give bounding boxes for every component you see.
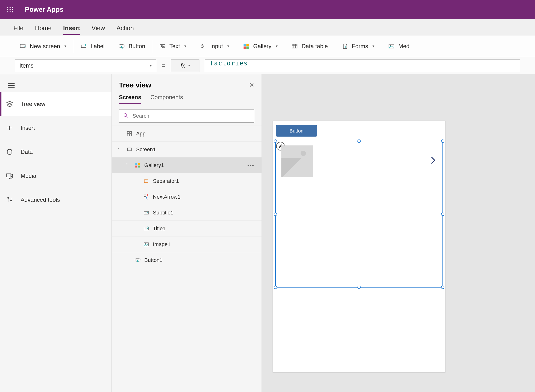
svg-rect-20 bbox=[292, 44, 297, 48]
svg-text:Abc: Abc bbox=[161, 45, 165, 48]
tree-search[interactable] bbox=[119, 109, 254, 123]
ribbon-text[interactable]: Abc Text ▾ bbox=[152, 35, 193, 57]
chevron-down-icon: ▾ bbox=[372, 44, 374, 48]
tree-node-app[interactable]: App bbox=[112, 126, 262, 141]
menu-insert[interactable]: Insert bbox=[63, 24, 80, 35]
ribbon-label[interactable]: Label bbox=[73, 35, 111, 57]
formula-input[interactable]: factories bbox=[205, 59, 520, 72]
ribbon-new-screen-label: New screen bbox=[30, 43, 60, 50]
tree-view-title: Tree view bbox=[119, 81, 151, 89]
svg-point-26 bbox=[11, 200, 12, 201]
property-selector[interactable]: Items ▾ bbox=[15, 59, 156, 72]
tab-components[interactable]: Components bbox=[150, 94, 183, 104]
tree-node-label: Gallery1 bbox=[144, 162, 164, 168]
ribbon-media[interactable]: Med bbox=[381, 35, 416, 57]
menu-home[interactable]: Home bbox=[35, 24, 52, 35]
button-icon bbox=[134, 257, 141, 264]
menu-view[interactable]: View bbox=[92, 24, 105, 35]
ribbon-input[interactable]: Input ▾ bbox=[193, 35, 236, 57]
canvas[interactable]: Button bbox=[262, 74, 535, 392]
rail-media[interactable]: Media bbox=[0, 164, 111, 188]
tree-node-image1[interactable]: Image1 bbox=[112, 236, 262, 252]
tree-node-label: App bbox=[136, 131, 145, 137]
svg-point-14 bbox=[202, 44, 203, 46]
main-area: Tree view Insert Data Media Advanced too… bbox=[0, 74, 535, 392]
database-icon bbox=[6, 148, 13, 156]
resize-handle[interactable] bbox=[441, 213, 444, 216]
tab-screens[interactable]: Screens bbox=[119, 94, 141, 104]
svg-point-15 bbox=[203, 46, 204, 48]
rail-label: Data bbox=[21, 149, 33, 155]
resize-handle[interactable] bbox=[274, 286, 277, 289]
tree-search-input[interactable] bbox=[133, 113, 250, 119]
rail-tree-view[interactable]: Tree view bbox=[0, 92, 111, 116]
menu-file[interactable]: File bbox=[13, 24, 23, 35]
svg-point-5 bbox=[12, 9, 13, 10]
chevron-down-icon[interactable]: ˅ bbox=[117, 147, 123, 152]
svg-rect-31 bbox=[130, 134, 132, 136]
tree-node-label: Image1 bbox=[153, 241, 170, 248]
chevron-down-icon[interactable]: ˅ bbox=[126, 163, 131, 167]
gallery-template-row[interactable] bbox=[277, 142, 442, 180]
canvas-button-control[interactable]: Button bbox=[276, 125, 317, 137]
svg-point-38 bbox=[144, 195, 146, 197]
fx-button[interactable]: fx ▾ bbox=[171, 59, 199, 72]
gallery-icon bbox=[134, 162, 141, 169]
tree-node-screen1[interactable]: ˅ Screen1 bbox=[112, 141, 262, 157]
tree-node-title1[interactable]: Title1 bbox=[112, 220, 262, 236]
svg-rect-33 bbox=[135, 163, 137, 165]
svg-rect-40 bbox=[144, 227, 148, 230]
tree-node-gallery1[interactable]: ˅ Gallery1 ••• bbox=[112, 157, 262, 173]
rail-data[interactable]: Data bbox=[0, 140, 111, 164]
media-icon bbox=[388, 43, 395, 50]
ribbon-forms[interactable]: Forms ▾ bbox=[335, 35, 381, 57]
close-icon[interactable]: ✕ bbox=[249, 81, 254, 89]
svg-point-7 bbox=[10, 11, 11, 12]
resize-handle[interactable] bbox=[441, 139, 444, 143]
resize-handle[interactable] bbox=[441, 286, 444, 289]
property-name: Items bbox=[19, 62, 34, 69]
canvas-button-label: Button bbox=[290, 128, 303, 134]
ribbon-input-label: Input bbox=[210, 43, 223, 50]
svg-rect-16 bbox=[244, 44, 246, 46]
tree-node-subtitle1[interactable]: Subtitle1 bbox=[112, 205, 262, 220]
tree-node-label: Separator1 bbox=[153, 178, 179, 184]
formula-bar: Items ▾ = fx ▾ factories bbox=[0, 57, 535, 74]
chevron-down-icon: ▾ bbox=[188, 63, 190, 68]
svg-point-3 bbox=[7, 9, 8, 10]
gallery-image-placeholder[interactable] bbox=[281, 145, 313, 177]
hamburger-button[interactable] bbox=[0, 79, 111, 92]
app-icon bbox=[126, 130, 133, 137]
screen-icon bbox=[126, 146, 133, 153]
chevron-down-icon: ▾ bbox=[64, 44, 66, 48]
ribbon-new-screen[interactable]: New screen ▾ bbox=[12, 35, 73, 57]
tree-node-label: NextArrow1 bbox=[153, 194, 180, 200]
tree-node-nextarrow1[interactable]: NextArrow1 bbox=[112, 189, 262, 205]
screen-icon bbox=[19, 43, 26, 50]
svg-rect-9 bbox=[20, 44, 25, 47]
tree-node-button1[interactable]: Button1 bbox=[112, 252, 262, 268]
app-launcher-icon[interactable] bbox=[4, 4, 16, 15]
more-options-icon[interactable]: ••• bbox=[247, 162, 254, 168]
ribbon-data-table[interactable]: Data table bbox=[284, 35, 334, 57]
svg-rect-37 bbox=[144, 180, 148, 183]
gallery-icon bbox=[243, 43, 250, 50]
menu-action[interactable]: Action bbox=[116, 24, 134, 35]
ribbon-button[interactable]: Button bbox=[111, 35, 152, 57]
ribbon-gallery[interactable]: Gallery ▾ bbox=[236, 35, 284, 57]
media-icon bbox=[6, 172, 13, 180]
gallery-selection[interactable] bbox=[275, 141, 443, 288]
resize-handle[interactable] bbox=[274, 139, 277, 143]
rail-insert[interactable]: Insert bbox=[0, 116, 111, 140]
ribbon-gallery-label: Gallery bbox=[253, 43, 271, 50]
chevron-down-icon: ▾ bbox=[276, 44, 278, 48]
tree-node-separator1[interactable]: Separator1 bbox=[112, 173, 262, 189]
resize-handle[interactable] bbox=[274, 213, 277, 216]
resize-handle[interactable] bbox=[357, 139, 361, 143]
next-arrow-icon[interactable] bbox=[430, 156, 436, 166]
rail-advanced-tools[interactable]: Advanced tools bbox=[0, 188, 111, 212]
chevron-down-icon: ▾ bbox=[184, 44, 186, 48]
resize-handle[interactable] bbox=[357, 286, 361, 289]
layers-icon bbox=[6, 100, 13, 108]
svg-rect-32 bbox=[128, 148, 131, 151]
